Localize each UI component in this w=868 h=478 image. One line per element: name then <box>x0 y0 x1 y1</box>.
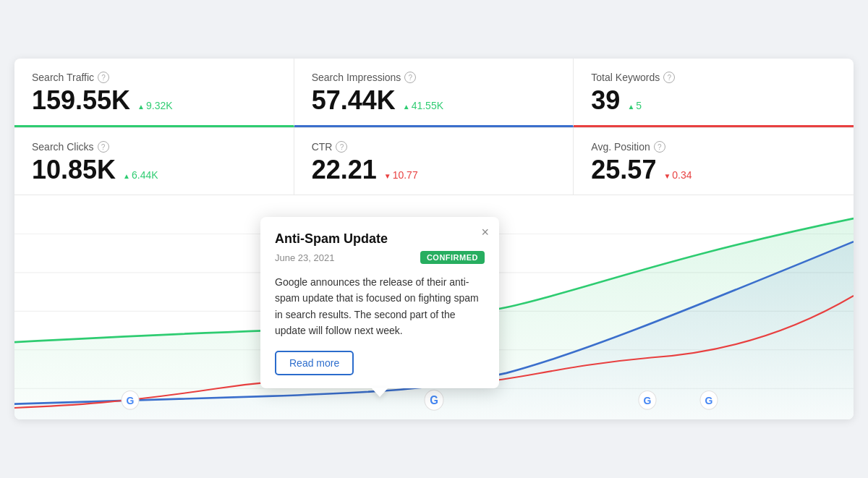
search-clicks-value: 10.85K <box>32 157 116 183</box>
search-impressions-arrow <box>403 100 410 111</box>
avg-position-arrow <box>663 169 671 181</box>
total-keywords-text: Total Keywords <box>591 72 660 83</box>
svg-text:G: G <box>127 394 135 406</box>
popup-meta: June 23, 2021 CONFIRMED <box>275 251 485 264</box>
popup-title: Anti-Spam Update <box>275 231 485 247</box>
metric-search-clicks: Search Clicks ? 10.85K 6.44K <box>14 128 294 195</box>
read-more-button[interactable]: Read more <box>275 351 354 375</box>
svg-text:G: G <box>430 393 438 406</box>
search-traffic-value: 159.55K <box>32 88 130 114</box>
metric-ctr: CTR ? 22.21 10.77 <box>294 128 574 195</box>
popup-date: June 23, 2021 <box>275 252 334 263</box>
search-traffic-help-icon[interactable]: ? <box>98 72 109 83</box>
search-traffic-change: 9.32K <box>137 100 173 111</box>
avg-position-value: 25.57 <box>591 157 656 183</box>
search-traffic-arrow <box>137 100 145 111</box>
metric-total-keywords: Total Keywords ? 39 5 <box>574 59 854 127</box>
search-clicks-text: Search Clicks <box>32 141 94 153</box>
ctr-arrow <box>384 169 391 181</box>
metric-avg-position: Avg. Position ? 25.57 0.34 <box>574 128 854 195</box>
search-impressions-help-icon[interactable]: ? <box>404 72 416 83</box>
svg-text:G: G <box>644 394 652 406</box>
search-clicks-change: 6.44K <box>123 169 158 181</box>
g-icon-3[interactable]: G <box>639 390 656 409</box>
metric-ctr-label: CTR ? <box>312 141 556 153</box>
g-icon-1[interactable]: G <box>122 390 139 409</box>
avg-position-help-icon[interactable]: ? <box>654 141 665 153</box>
metric-search-traffic: Search Traffic ? 159.55K 9.32K <box>14 59 294 127</box>
metrics-bottom-row: Search Clicks ? 10.85K 6.44K CTR ? 22.21 <box>14 128 854 195</box>
popup-overlay: × Anti-Spam Update June 23, 2021 CONFIRM… <box>260 217 499 388</box>
avg-position-text: Avg. Position <box>591 141 650 153</box>
ctr-help-icon[interactable]: ? <box>336 141 347 153</box>
ctr-change: 10.77 <box>384 169 418 181</box>
metric-search-impressions: Search Impressions ? 57.44K 41.55K <box>294 59 574 127</box>
total-keywords-change: 5 <box>627 100 642 111</box>
g-icon-4[interactable]: G <box>700 390 718 409</box>
metric-search-impressions-label: Search Impressions ? <box>312 72 556 83</box>
search-traffic-text: Search Traffic <box>32 72 94 83</box>
popup: × Anti-Spam Update June 23, 2021 CONFIRM… <box>260 217 499 388</box>
metric-avg-position-label: Avg. Position ? <box>591 141 836 153</box>
svg-text:G: G <box>705 394 713 406</box>
total-keywords-arrow <box>627 100 634 111</box>
ctr-text: CTR <box>312 141 333 153</box>
popup-confirmed-badge: CONFIRMED <box>420 251 485 264</box>
ctr-change-value: 10.77 <box>393 169 418 181</box>
total-keywords-value: 39 <box>591 88 620 114</box>
search-impressions-change: 41.55K <box>403 100 443 111</box>
metric-total-keywords-label: Total Keywords ? <box>591 72 836 83</box>
metric-search-clicks-label: Search Clicks ? <box>32 141 276 153</box>
g-icon-2[interactable]: G <box>425 390 443 410</box>
search-clicks-arrow <box>123 169 130 181</box>
search-impressions-change-value: 41.55K <box>412 100 443 111</box>
metrics-top-row: Search Traffic ? 159.55K 9.32K Search Im… <box>14 59 854 128</box>
popup-description: Google announces the release of their an… <box>275 274 485 339</box>
search-traffic-change-value: 9.32K <box>146 100 173 111</box>
metric-search-traffic-label: Search Traffic ? <box>32 72 276 83</box>
total-keywords-help-icon[interactable]: ? <box>663 72 675 83</box>
search-clicks-change-value: 6.44K <box>132 169 158 181</box>
ctr-value: 22.21 <box>312 157 377 183</box>
search-clicks-help-icon[interactable]: ? <box>98 141 109 153</box>
dashboard: Search Traffic ? 159.55K 9.32K Search Im… <box>14 59 854 419</box>
total-keywords-change-value: 5 <box>636 100 642 111</box>
avg-position-change-value: 0.34 <box>672 169 692 181</box>
avg-position-change: 0.34 <box>663 169 692 181</box>
search-impressions-text: Search Impressions <box>312 72 401 83</box>
search-impressions-value: 57.44K <box>312 88 396 114</box>
chart-area: G G G G 10 Jun, 2021 22 Jun, 2021 <box>14 195 854 419</box>
popup-close-button[interactable]: × <box>481 226 489 239</box>
